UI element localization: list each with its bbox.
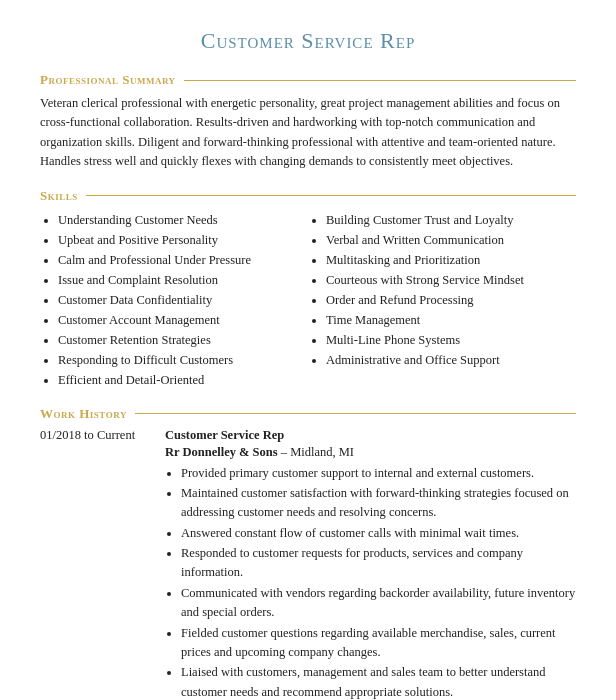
work-date-title-row: 01/2018 to CurrentCustomer Service Rep	[40, 428, 576, 443]
summary-text: Veteran clerical professional with energ…	[40, 94, 576, 172]
work-bullets: Provided primary customer support to int…	[165, 464, 576, 701]
skill-item: Administrative and Office Support	[326, 350, 566, 370]
skill-item: Understanding Customer Needs	[58, 210, 298, 230]
summary-heading: Professional Summary	[40, 72, 176, 88]
work-company-line: Rr Donnelley & Sons – Midland, MI	[165, 445, 576, 460]
summary-header: Professional Summary	[40, 72, 576, 88]
skill-item: Order and Refund Processing	[326, 290, 566, 310]
work-job-title: Customer Service Rep	[165, 428, 284, 443]
skills-col-2: Building Customer Trust and LoyaltyVerba…	[308, 210, 576, 390]
work-bullet-item: Communicated with vendors regarding back…	[181, 584, 576, 623]
skills-section: Skills Understanding Customer NeedsUpbea…	[40, 188, 576, 390]
skills-container: Understanding Customer NeedsUpbeat and P…	[40, 210, 576, 390]
skill-item: Customer Account Management	[58, 310, 298, 330]
page-title: Customer Service Rep	[40, 28, 576, 54]
skills-header: Skills	[40, 188, 576, 204]
skills-list-2: Building Customer Trust and LoyaltyVerba…	[308, 210, 566, 370]
skill-item: Efficient and Detail-Oriented	[58, 370, 298, 390]
skill-item: Calm and Professional Under Pressure	[58, 250, 298, 270]
work-bullet-item: Maintained customer satisfaction with fo…	[181, 484, 576, 523]
skill-item: Customer Retention Strategies	[58, 330, 298, 350]
skill-item: Courteous with Strong Service Mindset	[326, 270, 566, 290]
skills-heading: Skills	[40, 188, 78, 204]
work-entries: 01/2018 to CurrentCustomer Service RepRr…	[40, 428, 576, 701]
work-bullet-list: Provided primary customer support to int…	[165, 464, 576, 701]
work-bullet-item: Responded to customer requests for produ…	[181, 544, 576, 583]
skill-item: Multitasking and Prioritization	[326, 250, 566, 270]
skill-item: Customer Data Confidentiality	[58, 290, 298, 310]
skill-item: Building Customer Trust and Loyalty	[326, 210, 566, 230]
skill-item: Upbeat and Positive Personality	[58, 230, 298, 250]
work-divider	[135, 413, 576, 414]
skill-item: Issue and Complaint Resolution	[58, 270, 298, 290]
work-header: Work History	[40, 406, 576, 422]
work-bullet-item: Fielded customer questions regarding ava…	[181, 624, 576, 663]
work-bullet-item: Provided primary customer support to int…	[181, 464, 576, 483]
skills-col-1: Understanding Customer NeedsUpbeat and P…	[40, 210, 308, 390]
summary-divider	[184, 80, 576, 81]
skill-item: Responding to Difficult Customers	[58, 350, 298, 370]
work-section: Work History 01/2018 to CurrentCustomer …	[40, 406, 576, 701]
work-heading: Work History	[40, 406, 127, 422]
skill-item: Time Management	[326, 310, 566, 330]
work-bullet-item: Answered constant flow of customer calls…	[181, 524, 576, 543]
work-bullet-item: Liaised with customers, management and s…	[181, 663, 576, 700]
skill-item: Multi-Line Phone Systems	[326, 330, 566, 350]
skill-item: Verbal and Written Communication	[326, 230, 566, 250]
skills-divider	[86, 195, 576, 196]
work-entry: 01/2018 to CurrentCustomer Service RepRr…	[40, 428, 576, 701]
work-date: 01/2018 to Current	[40, 428, 155, 443]
skills-list-1: Understanding Customer NeedsUpbeat and P…	[40, 210, 298, 390]
summary-section: Professional Summary Veteran clerical pr…	[40, 72, 576, 172]
work-company-name: Rr Donnelley & Sons	[165, 445, 278, 459]
